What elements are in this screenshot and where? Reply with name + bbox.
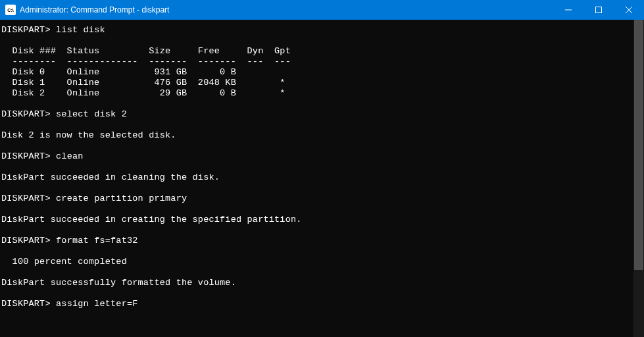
prompt: DISKPART> [1,236,51,246]
close-button[interactable] [614,0,644,20]
cmd-create-partition: create partition primary [56,194,187,203]
table-divider: -------- ------------- ------- ------- -… [1,57,291,66]
prompt: DISKPART> [1,151,51,161]
table-row: Disk 0 Online 931 GB 0 B [1,67,236,77]
cmd-assign-letter: assign letter=F [56,299,138,309]
msg-format-success: DiskPart successfully formatted the volu… [1,278,236,288]
terminal-output[interactable]: DISKPART> list disk Disk ### Status Size… [0,20,644,337]
msg-clean-success: DiskPart succeeded in cleaning the disk. [1,172,220,182]
minimize-icon [565,7,572,13]
msg-disk-selected: Disk 2 is now the selected disk. [1,130,176,140]
table-header: Disk ### Status Size Free Dyn Gpt [1,46,291,56]
table-row: Disk 2 Online 29 GB 0 B * [1,88,285,98]
cmd-list-disk: list disk [56,25,105,35]
maximize-button[interactable] [583,0,614,20]
table-row: Disk 1 Online 476 GB 2048 KB * [1,78,285,88]
cmd-clean: clean [56,151,84,161]
titlebar[interactable]: C:\ Administrator: Command Prompt - disk… [0,0,644,20]
window-title: Administrator: Command Prompt - diskpart [20,5,553,14]
close-icon [626,7,632,13]
prompt: DISKPART> [1,299,51,309]
minimize-button[interactable] [553,0,583,20]
prompt: DISKPART> [1,109,51,119]
cmd-select-disk: select disk 2 [56,109,127,119]
cmd-icon-text: C:\ [7,8,13,13]
cmd-format: format fs=fat32 [56,236,138,246]
maximize-icon [595,7,602,13]
prompt: DISKPART> [1,25,51,35]
scrollbar-thumb[interactable] [634,20,643,270]
prompt: DISKPART> [1,194,51,203]
window-controls [553,0,644,20]
svg-rect-1 [596,7,602,13]
cmd-icon: C:\ [5,5,16,15]
msg-progress: 100 percent completed [1,257,127,267]
msg-partition-success: DiskPart succeeded in creating the speci… [1,215,302,224]
